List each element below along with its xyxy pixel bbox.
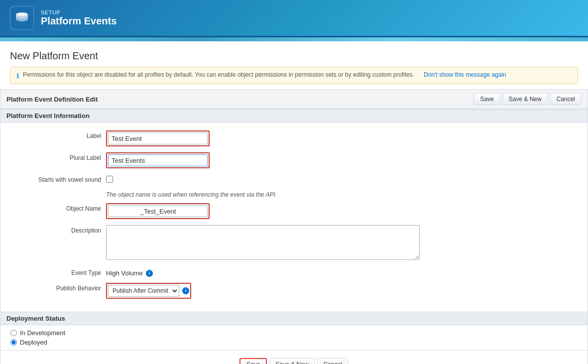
vowel-sound-label: Starts with vowel sound [6, 174, 106, 183]
app-icon [10, 6, 34, 30]
api-note: The object name is used when referencing… [0, 187, 588, 200]
cancel-button-top[interactable]: Cancel [550, 93, 582, 105]
label-field-label: Label [6, 130, 106, 139]
event-type-row: Event Type High Volume i [0, 264, 588, 280]
description-textarea[interactable] [106, 225, 420, 260]
deployment-header: Deployment Status [0, 312, 588, 325]
description-label: Description [6, 225, 106, 234]
database-icon [14, 10, 29, 25]
in-development-radio[interactable] [10, 330, 17, 336]
deployed-option: Deployed [10, 339, 582, 346]
publish-behavior-highlight: Publish After Commit Publish Immediately… [106, 283, 191, 299]
info-banner-text: Permissions for this object are disabled… [23, 71, 414, 78]
event-type-label: Event Type [6, 267, 106, 276]
form-section: Label Plural Label Starts with vow [0, 122, 588, 307]
deployment-title: Deployment Status [6, 315, 65, 322]
deployment-radio-group: In Development Deployed [0, 325, 588, 350]
main-content: New Platform Event ℹ Permissions for thi… [0, 41, 588, 364]
object-name-row: Object Name [0, 200, 588, 222]
info-banner: ℹ Permissions for this object are disabl… [10, 67, 578, 84]
save-button-bottom[interactable]: Save [239, 358, 267, 364]
plural-label-field-label: Plural Label [6, 152, 106, 161]
section-header: Platform Event Definition Edit Save Save… [0, 90, 588, 109]
event-type-text: High Volume [106, 269, 143, 277]
in-development-option: In Development [10, 329, 582, 337]
publish-info-icon[interactable]: i [182, 287, 189, 294]
vowel-sound-row: Starts with vowel sound [0, 171, 588, 187]
cancel-button-bottom[interactable]: Cancel [317, 358, 349, 364]
event-type-value: High Volume i [106, 267, 582, 277]
plural-label-input[interactable] [108, 154, 208, 166]
setup-label: SETUP [41, 9, 117, 15]
vowel-sound-checkbox[interactable] [106, 176, 113, 183]
event-type-info-icon[interactable]: i [146, 270, 153, 277]
label-field-wrap [106, 130, 582, 146]
label-row: Label [0, 127, 588, 149]
page-title: Platform Events [41, 15, 117, 27]
event-type-wrap: High Volume i [106, 267, 582, 277]
publish-behavior-row: Publish Behavior Publish After Commit Pu… [0, 280, 588, 302]
object-name-input[interactable] [108, 205, 208, 217]
save-new-button-top[interactable]: Save & New [502, 93, 548, 105]
section-title: Platform Event Definition Edit [6, 96, 98, 103]
new-platform-event-heading: New Platform Event [0, 41, 588, 67]
header-buttons: Save Save & New Cancel [473, 93, 582, 105]
platform-event-section: Platform Event Definition Edit Save Save… [0, 89, 588, 364]
plural-label-row: Plural Label [0, 149, 588, 171]
save-new-button-bottom[interactable]: Save & New [269, 358, 315, 364]
deployed-label[interactable]: Deployed [20, 339, 47, 346]
plural-label-wrap [106, 152, 582, 168]
publish-behavior-label: Publish Behavior [6, 283, 106, 292]
description-wrap [106, 225, 582, 261]
save-button-top[interactable]: Save [473, 93, 500, 105]
deployed-radio[interactable] [10, 339, 17, 346]
decorative-bar [0, 37, 588, 41]
dont-show-link[interactable]: Don't show this message again [424, 71, 506, 78]
object-name-wrap [106, 203, 582, 219]
info-icon: ℹ [16, 72, 19, 80]
subsection-header: Platform Event Information [0, 109, 588, 122]
bottom-buttons: Save Save & New Cancel [0, 350, 588, 364]
plural-label-highlight [106, 152, 210, 168]
svg-point-0 [16, 12, 28, 16]
label-highlight [106, 130, 210, 146]
vowel-sound-wrap [106, 174, 582, 184]
publish-behavior-wrap: Publish After Commit Publish Immediately… [106, 283, 582, 299]
publish-wrap: Publish After Commit Publish Immediately… [108, 285, 189, 297]
header-text: SETUP Platform Events [41, 9, 117, 27]
label-input[interactable] [108, 132, 208, 144]
object-name-highlight [106, 203, 210, 219]
publish-behavior-select[interactable]: Publish After Commit Publish Immediately [108, 285, 179, 297]
description-row: Description [0, 222, 588, 264]
in-development-label[interactable]: In Development [20, 329, 65, 337]
subsection-title: Platform Event Information [6, 112, 90, 120]
app-header: SETUP Platform Events [0, 0, 588, 37]
object-name-label: Object Name [6, 203, 106, 212]
